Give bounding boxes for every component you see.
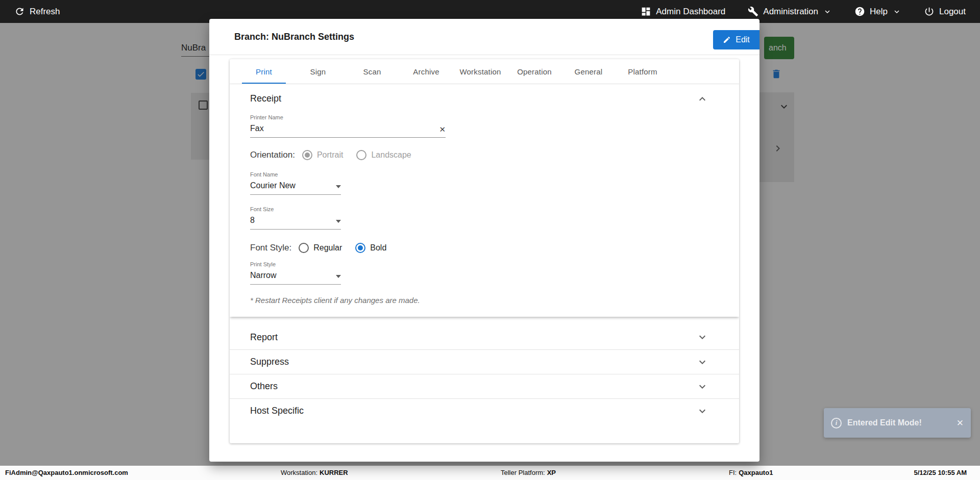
host-specific-section-title: Host Specific — [250, 406, 304, 416]
administration-menu[interactable]: Administration — [748, 6, 832, 17]
chevron-up-icon — [696, 93, 708, 105]
chevron-down-icon — [696, 405, 708, 417]
edit-button[interactable]: Edit — [713, 30, 760, 49]
font-size-label: Font Size — [250, 206, 341, 212]
clear-icon[interactable]: ✕ — [439, 125, 446, 133]
settings-card: Print Sign Scan Archive Workstation Oper… — [230, 59, 739, 443]
help-menu[interactable]: Help — [854, 6, 901, 17]
admin-dashboard-button[interactable]: Admin Dashboard — [641, 6, 725, 17]
portrait-label: Portrait — [317, 150, 344, 160]
radio-selected-icon — [355, 243, 365, 253]
tab-operation[interactable]: Operation — [507, 59, 561, 84]
radio-selected-icon — [302, 150, 312, 160]
refresh-label: Refresh — [30, 7, 60, 17]
tab-sign[interactable]: Sign — [291, 59, 345, 84]
accordion-others[interactable]: Others — [230, 374, 739, 398]
font-name-group: Font Name Courier New — [250, 171, 341, 195]
toast-message: Entered Edit Mode! — [847, 418, 951, 427]
admin-dashboard-label: Admin Dashboard — [656, 7, 725, 17]
font-name-label: Font Name — [250, 171, 341, 178]
print-style-group: Print Style Narrow — [250, 261, 341, 285]
accordion-receipt: Receipt Printer Name Fax ✕ Orientation: — [230, 84, 739, 317]
radio-unselected-icon — [299, 243, 309, 253]
fi-label: FI: — [729, 469, 737, 476]
chevron-down-icon — [696, 356, 708, 368]
branch-settings-dialog: Branch: NuBranch Settings Edit Print Sig… — [209, 19, 760, 462]
settings-tab-bar: Print Sign Scan Archive Workstation Oper… — [230, 59, 739, 84]
chevron-down-icon — [892, 7, 901, 16]
printer-name-value: Fax — [250, 124, 264, 133]
font-size-value: 8 — [250, 216, 255, 225]
dialog-header: Branch: NuBranch Settings Edit — [209, 19, 760, 55]
accordion-receipt-header[interactable]: Receipt — [230, 84, 739, 113]
power-icon — [924, 6, 935, 17]
chevron-down-icon — [696, 331, 708, 343]
logout-label: Logout — [939, 7, 966, 17]
logout-button[interactable]: Logout — [924, 6, 966, 17]
tab-general[interactable]: General — [561, 59, 616, 84]
datetime: 5/12/25 10:55 AM — [914, 469, 967, 476]
logged-in-user: FiAdmin@Qaxpauto1.onmicrosoft.com — [5, 469, 128, 476]
tab-archive[interactable]: Archive — [399, 59, 453, 84]
workstation-status: Workstation:KURRER — [281, 469, 348, 476]
chevron-down-icon — [696, 381, 708, 393]
printer-name-group: Printer Name Fax ✕ — [250, 114, 719, 138]
report-section-title: Report — [250, 332, 278, 343]
tab-scan[interactable]: Scan — [345, 59, 399, 84]
teller-platform-label: Teller Platform: — [501, 469, 545, 476]
suppress-section-title: Suppress — [250, 357, 289, 367]
toast-close-icon[interactable]: ✕ — [957, 418, 964, 428]
tab-print[interactable]: Print — [237, 59, 291, 84]
info-icon: i — [831, 418, 842, 428]
restart-note: * Restart Receipts client if any changes… — [250, 296, 719, 305]
font-name-value: Courier New — [250, 181, 296, 190]
tab-platform[interactable]: Platform — [616, 59, 670, 84]
fi-value: Qaxpauto1 — [739, 469, 773, 476]
font-name-select[interactable]: Courier New — [250, 181, 341, 195]
font-style-regular-option[interactable]: Regular — [299, 243, 342, 253]
radio-unselected-icon — [356, 150, 366, 160]
others-section-title: Others — [250, 381, 278, 392]
refresh-icon — [14, 6, 25, 17]
help-label: Help — [870, 7, 888, 17]
font-size-select[interactable]: 8 — [250, 216, 341, 230]
print-style-select[interactable]: Narrow — [250, 271, 341, 285]
orientation-portrait-option[interactable]: Portrait — [302, 150, 344, 160]
printer-name-input[interactable]: Fax ✕ — [250, 124, 446, 138]
workstation-label: Workstation: — [281, 469, 317, 476]
wrench-icon — [748, 6, 758, 17]
orientation-group: Orientation: Portrait Landscape — [250, 150, 719, 160]
dropdown-arrow-icon — [336, 220, 341, 223]
tab-workstation[interactable]: Workstation — [453, 59, 507, 84]
receipt-section-title: Receipt — [250, 93, 281, 104]
landscape-label: Landscape — [371, 150, 411, 160]
font-style-bold-option[interactable]: Bold — [355, 243, 386, 253]
workstation-value: KURRER — [320, 469, 348, 476]
toast-notification: i Entered Edit Mode! ✕ — [824, 408, 971, 438]
pencil-icon — [723, 36, 731, 44]
help-icon — [854, 6, 865, 17]
print-style-label: Print Style — [250, 261, 341, 267]
teller-platform-status: Teller Platform:XP — [501, 469, 556, 476]
dashboard-grid-icon — [641, 6, 651, 17]
chevron-down-icon — [823, 7, 832, 16]
dropdown-arrow-icon — [336, 185, 341, 188]
refresh-button[interactable]: Refresh — [14, 6, 60, 17]
accordion-report[interactable]: Report — [230, 325, 739, 349]
status-bar: FiAdmin@Qaxpauto1.onmicrosoft.com Workst… — [0, 466, 980, 480]
dialog-title: Branch: NuBranch Settings — [234, 32, 354, 42]
accordion-suppress[interactable]: Suppress — [230, 349, 739, 374]
font-size-group: Font Size 8 — [250, 206, 341, 230]
font-style-label: Font Style: — [250, 243, 291, 253]
orientation-label: Orientation: — [250, 150, 295, 160]
orientation-landscape-option[interactable]: Landscape — [356, 150, 411, 160]
regular-label: Regular — [313, 243, 342, 252]
teller-platform-value: XP — [547, 469, 556, 476]
receipt-section-body: Printer Name Fax ✕ Orientation: Portrait… — [230, 113, 739, 317]
bold-label: Bold — [370, 243, 386, 252]
fi-status: FI:Qaxpauto1 — [729, 469, 773, 476]
font-style-group: Font Style: Regular Bold — [250, 243, 719, 253]
dropdown-arrow-icon — [336, 275, 341, 278]
accordion-host-specific[interactable]: Host Specific — [230, 398, 739, 423]
administration-label: Administration — [763, 7, 818, 17]
